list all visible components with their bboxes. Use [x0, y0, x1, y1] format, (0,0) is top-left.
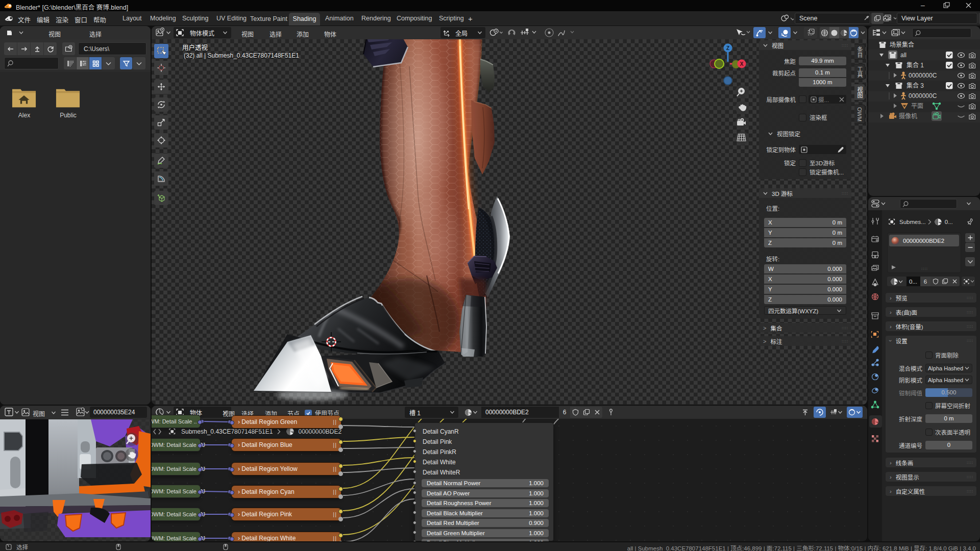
svg-text:0000000C: 0000000C	[909, 92, 937, 99]
svg-text:all: all	[900, 52, 906, 59]
svg-text:集合 3: 集合 3	[906, 82, 924, 89]
svg-text:0000000C: 0000000C	[909, 72, 937, 79]
svg-text:平面: 平面	[911, 103, 923, 110]
svg-text:集合 1: 集合 1	[906, 61, 924, 69]
svg-text:X: X	[740, 61, 744, 67]
svg-text:Z: Z	[726, 45, 729, 51]
svg-text:摄像机: 摄像机	[899, 112, 917, 120]
svg-text:场景集合: 场景集合	[890, 41, 914, 48]
